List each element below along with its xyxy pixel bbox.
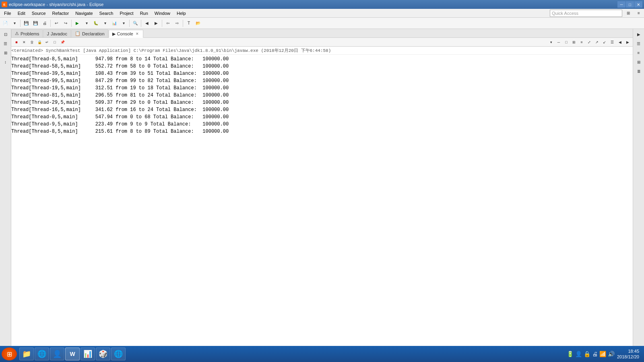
open-console-button[interactable]: □ [51,39,58,46]
right-sidebar-btn-3[interactable]: ≡ [634,48,643,57]
run-button[interactable]: ▶ [73,19,82,28]
console-line-1: Thread[Thread-58,5,main] 552.72 from 58 … [11,63,633,70]
menu-refactor[interactable]: Refactor [49,9,72,17]
menu-source[interactable]: Source [29,9,49,17]
coverage-button[interactable]: 📊 [110,19,119,28]
show-in-menu[interactable]: ≡ [578,39,585,46]
tab-console[interactable]: ▶ Console ✕ [109,30,143,38]
console-go-out[interactable]: ↙ [601,39,608,46]
search-button[interactable]: 🔍 [131,19,140,28]
console-clear-button[interactable]: 🗑 [28,39,35,46]
console-line-5: Thread[Thread-81,5,main] 296.55 from 81 … [11,92,633,99]
console-go-in[interactable]: ↗ [593,39,601,46]
open-resource[interactable]: 📂 [194,19,202,28]
console-output[interactable]: <terminated> SynchBankTest [Java Applica… [11,47,633,346]
right-sidebar-btn-2[interactable]: ☰ [634,39,643,48]
menu-navigate[interactable]: Navigate [72,9,96,17]
main-toolbar: 📄 ▾ 💾 💾 🖨 ↩ ↪ ▶ ▾ 🐛 ▾ 📊 ▾ 🔍 ◀ ▶ ⇦ ⇨ T 📂 [0,18,644,29]
tab-javadoc[interactable]: J Javadoc [43,29,70,37]
console-line-3: Thread[Thread-99,5,main] 847.29 from 99 … [11,77,633,84]
right-sidebar-btn-1[interactable]: ▶ [634,30,643,39]
tab-console-label: Console [117,31,133,36]
menu-file[interactable]: File [1,9,14,17]
remove-launch-button[interactable]: ✕ [21,39,28,46]
tab-declaration[interactable]: 📋 Declaration [71,29,108,37]
console-line-8: Thread[Thread-0,5,main] 547.94 from 0 to… [11,113,633,121]
console-line-10: Thread[Thread-8,5,main] 215.61 from 8 to… [11,128,633,135]
redo-button[interactable]: ↪ [61,19,70,28]
title-bar: E eclipse-workspace - shiyan/src/shi.jav… [0,0,644,9]
menu-run[interactable]: Run [137,9,151,17]
app-icon: E [2,2,7,7]
new-button[interactable]: 📄 [1,19,10,28]
console-toolbar: ■ ✕ 🗑 🔒 ↵ □ 📌 ▾ ─ □ ⊞ ≡ ⤢ ↗ ↙ ☰ ◀ ▶ [11,38,633,47]
navigate-fwd[interactable]: ▶ [152,19,161,28]
previous-console[interactable]: ◀ [616,39,623,46]
console-line-2: Thread[Thread-39,5,main] 108.43 from 39 … [11,70,633,77]
undo-button[interactable]: ↩ [52,19,61,28]
console-view-menu[interactable]: ▾ [547,39,555,46]
save-button[interactable]: 💾 [22,19,31,28]
quick-access-input[interactable]: Quick Access [550,10,622,17]
left-sidebar-btn-2[interactable]: ☰ [1,39,10,48]
right-sidebar-btn-4[interactable]: ⊞ [634,58,643,66]
left-sidebar-btn-3[interactable]: ⊞ [1,48,10,57]
console-line-6: Thread[Thread-29,5,main] 509.37 from 29 … [11,99,633,106]
tab-javadoc-icon: J [47,31,49,36]
console-line-9: Thread[Thread-9,5,main] 223.49 from 9 to… [11,121,633,128]
content-area: ⚠ Problems J Javadoc 📋 Declaration ▶ Con… [11,29,633,346]
next-console[interactable]: ▶ [624,39,631,46]
console-line-4: Thread[Thread-19,5,main] 312.51 from 19 … [11,84,633,92]
word-wrap-button[interactable]: ↵ [43,39,51,46]
debug-button[interactable]: 🐛 [91,19,100,28]
console-maximize[interactable]: □ [563,39,570,46]
tab-problems[interactable]: ⚠ Problems [11,29,43,37]
close-button[interactable]: ✕ [634,1,642,8]
tab-problems-icon: ⚠ [15,31,19,36]
menu-project[interactable]: Project [116,9,136,17]
tab-declaration-icon: 📋 [75,31,80,36]
pin-console-button[interactable]: 📌 [59,39,66,46]
navigate-back[interactable]: ◀ [142,19,151,28]
maximize-button[interactable]: □ [626,1,634,8]
tab-declaration-label: Declaration [82,31,105,36]
console-line-0: Thread[Thread-8,5,main] 947.98 from 8 to… [11,56,633,63]
tab-problems-label: Problems [21,31,39,36]
tab-bar: ⚠ Problems J Javadoc 📋 Declaration ▶ Con… [11,29,633,38]
minimize-button[interactable]: ─ [617,1,625,8]
prev-edit[interactable]: ⇦ [163,19,172,28]
left-sidebar-btn-1[interactable]: ⊡ [1,30,10,39]
window-controls: ─ □ ✕ [617,1,642,8]
customize-perspective-button[interactable]: ≡ [634,9,643,18]
toolbar-btn-2[interactable]: ▾ [10,19,19,28]
next-edit[interactable]: ⇨ [173,19,182,28]
tab-console-icon: ▶ [112,31,116,37]
menu-help[interactable]: Help [173,9,189,17]
print-button[interactable]: 🖨 [40,19,49,28]
scroll-lock-button[interactable]: 🔒 [36,39,43,46]
main-layout: ⊡ ☰ ⊞ ↕ ⚠ Problems J Javadoc 📋 Declarati… [0,29,644,346]
menu-search[interactable]: Search [96,9,117,17]
console-maximize2[interactable]: ⤢ [586,39,593,46]
right-sidebar: ▶ ☰ ≡ ⊞ ≣ [633,29,644,346]
menu-window[interactable]: Window [151,9,173,17]
menu-edit[interactable]: Edit [14,9,29,17]
new-console-view[interactable]: ⊞ [570,39,578,46]
debug-dropdown[interactable]: ▾ [101,19,109,28]
run-dropdown[interactable]: ▾ [82,19,91,28]
title-text: eclipse-workspace - shiyan/src/shi.java … [9,2,103,7]
right-sidebar-btn-5[interactable]: ≣ [634,67,643,76]
save-all-button[interactable]: 💾 [31,19,40,28]
view-menu-btn[interactable]: ☰ [609,39,616,46]
console-scroll-container: <terminated> SynchBankTest [Java Applica… [11,47,633,346]
tab-console-close[interactable]: ✕ [135,31,140,36]
coverage-dropdown[interactable]: ▾ [119,19,128,28]
tab-javadoc-label: Javadoc [51,31,67,36]
left-sidebar-btn-4[interactable]: ↕ [1,58,10,66]
open-perspective-button[interactable]: ⊞ [624,9,633,18]
open-type[interactable]: T [184,19,193,28]
console-minimize[interactable]: ─ [555,39,562,46]
terminate-button[interactable]: ■ [13,39,20,46]
left-sidebar: ⊡ ☰ ⊞ ↕ [0,29,11,346]
console-line-7: Thread[Thread-16,5,main] 341.62 from 16 … [11,106,633,113]
